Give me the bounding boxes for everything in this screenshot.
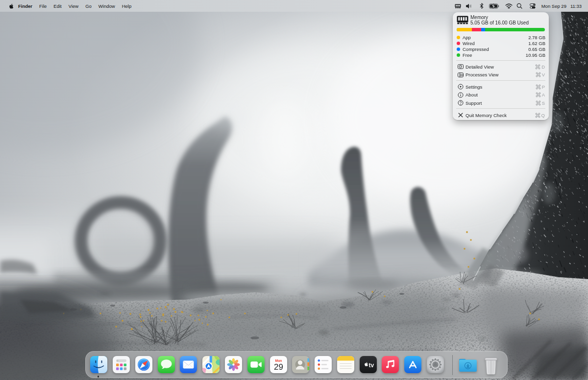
svg-text:Mon: Mon — [275, 359, 282, 362]
svg-text:tv: tv — [368, 362, 374, 369]
svg-text:29: 29 — [274, 362, 283, 372]
